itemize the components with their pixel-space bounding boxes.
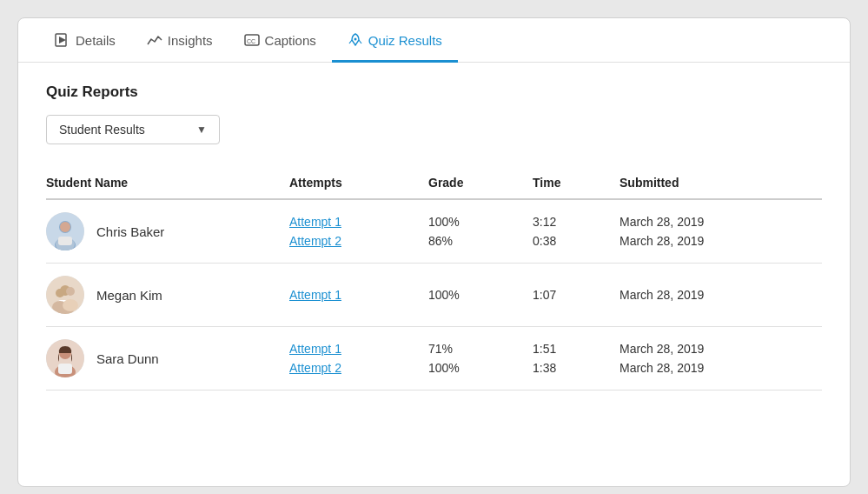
dropdown-label: Student Results: [59, 123, 145, 137]
tab-captions[interactable]: CC Captions: [229, 18, 332, 63]
time-val-1: 3:12: [533, 215, 620, 229]
times-sara-dunn: 1:51 1:38: [533, 342, 620, 375]
table-row: Megan Kim Attempt 1 100% 1:07 March 28, …: [46, 264, 822, 327]
attempts-sara-dunn: Attempt 1 Attempt 2: [289, 342, 428, 375]
grade-val-2: 100%: [428, 361, 533, 375]
dropdown-wrapper: Student Results ▼: [46, 115, 822, 144]
svg-rect-10: [58, 237, 72, 245]
svg-point-8: [60, 222, 70, 232]
time-val-2: 0:38: [533, 234, 620, 248]
svg-point-4: [354, 38, 356, 41]
table-row: Chris Baker Attempt 1 Attempt 2 100% 86%…: [46, 200, 822, 264]
col-grade: Grade: [428, 176, 533, 190]
col-student-name: Student Name: [46, 176, 289, 190]
tab-insights-label: Insights: [168, 33, 213, 48]
grades-chris-baker: 100% 86%: [428, 215, 533, 248]
attempt-link-2[interactable]: Attempt 2: [289, 234, 428, 248]
submitted-val-1: March 28, 2019: [620, 342, 822, 356]
col-submitted: Submitted: [620, 176, 822, 190]
attempt-link-1[interactable]: Attempt 1: [289, 215, 428, 229]
attempt-link-1[interactable]: Attempt 1: [289, 342, 428, 356]
attempts-megan-kim: Attempt 1: [289, 288, 428, 302]
attempt-link-2[interactable]: Attempt 2: [289, 361, 428, 375]
attempt-link-1[interactable]: Attempt 1: [289, 288, 428, 302]
tab-quiz-results[interactable]: Quiz Results: [332, 18, 458, 63]
time-val-1: 1:07: [533, 288, 620, 302]
grades-megan-kim: 100%: [428, 288, 533, 302]
main-card: Details Insights CC Captions: [17, 17, 851, 487]
grade-val-1: 71%: [428, 342, 533, 356]
video-icon: [55, 32, 70, 48]
avatar-chris-baker: [46, 212, 84, 250]
cc-icon: CC: [244, 32, 260, 48]
tab-insights[interactable]: Insights: [131, 18, 229, 63]
submitted-val-2: March 28, 2019: [620, 234, 822, 248]
avatar-sara-dunn: [46, 339, 84, 377]
grade-val-1: 100%: [428, 215, 533, 229]
svg-point-18: [63, 299, 78, 311]
tab-details-label: Details: [76, 33, 116, 48]
report-type-dropdown[interactable]: Student Results ▼: [46, 115, 220, 144]
times-chris-baker: 3:12 0:38: [533, 215, 620, 248]
student-info-sara-dunn: Sara Dunn: [46, 339, 289, 377]
times-megan-kim: 1:07: [533, 288, 620, 302]
col-attempts: Attempts: [289, 176, 428, 190]
attempts-chris-baker: Attempt 1 Attempt 2: [289, 215, 428, 248]
student-name-sara-dunn: Sara Dunn: [96, 351, 159, 366]
chevron-down-icon: ▼: [196, 124, 207, 136]
svg-point-15: [56, 289, 64, 297]
tab-captions-label: Captions: [265, 33, 316, 48]
student-info-chris-baker: Chris Baker: [46, 212, 289, 250]
student-name-chris-baker: Chris Baker: [96, 224, 164, 239]
time-val-1: 1:51: [533, 342, 620, 356]
svg-point-16: [66, 287, 75, 296]
avatar-megan-kim: [46, 276, 84, 314]
submitted-val-1: March 28, 2019: [620, 288, 822, 302]
tab-bar: Details Insights CC Captions: [18, 18, 850, 63]
student-name-megan-kim: Megan Kim: [96, 288, 162, 303]
results-table: Student Name Attempts Grade Time Submitt…: [46, 169, 822, 391]
grades-sara-dunn: 71% 100%: [428, 342, 533, 375]
svg-marker-1: [59, 37, 66, 43]
chart-icon: [147, 32, 162, 48]
content-area: Quiz Reports Student Results ▼ Student N…: [18, 63, 850, 411]
col-time: Time: [533, 176, 620, 190]
student-info-megan-kim: Megan Kim: [46, 276, 289, 314]
submitted-megan-kim: March 28, 2019: [620, 288, 822, 302]
table-header-row: Student Name Attempts Grade Time Submitt…: [46, 169, 822, 200]
submitted-sara-dunn: March 28, 2019 March 28, 2019: [620, 342, 822, 375]
svg-rect-22: [58, 364, 72, 374]
submitted-val-1: March 28, 2019: [620, 215, 822, 229]
grade-val-2: 86%: [428, 234, 533, 248]
submitted-val-2: March 28, 2019: [620, 361, 822, 375]
grade-val-1: 100%: [428, 288, 533, 302]
svg-text:CC: CC: [247, 38, 255, 44]
submitted-chris-baker: March 28, 2019 March 28, 2019: [620, 215, 822, 248]
table-row: Sara Dunn Attempt 1 Attempt 2 71% 100% 1…: [46, 327, 822, 391]
tab-quiz-results-label: Quiz Results: [368, 33, 442, 48]
tab-details[interactable]: Details: [39, 18, 131, 63]
section-title: Quiz Reports: [46, 83, 822, 101]
rocket-icon: [348, 32, 363, 48]
time-val-2: 1:38: [533, 361, 620, 375]
